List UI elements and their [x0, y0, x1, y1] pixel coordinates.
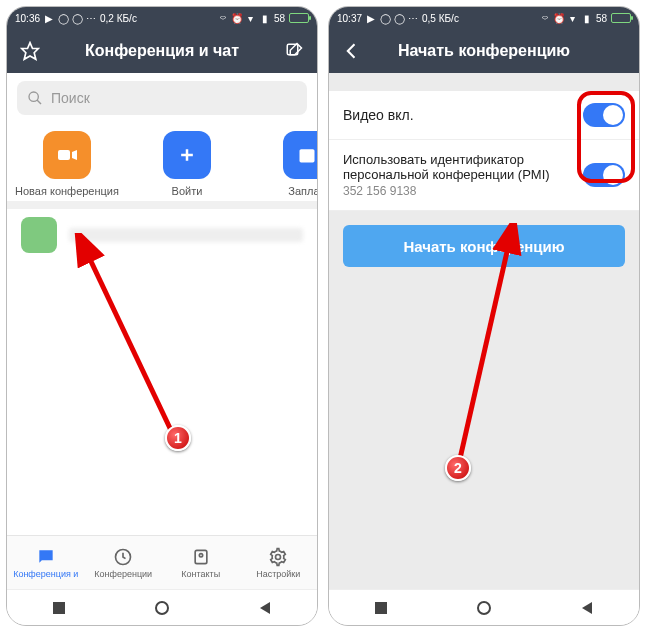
action-label: Заплан — [288, 185, 317, 197]
recent-apps-icon[interactable] — [372, 599, 390, 617]
svg-line-17 — [459, 243, 509, 463]
signal-icon: ▮ — [260, 13, 270, 23]
nav-label: Контакты — [181, 569, 220, 579]
dots-icon: ⋯ — [408, 13, 418, 23]
nav-settings[interactable]: Настройки — [243, 547, 313, 579]
battery-icon — [611, 13, 631, 23]
phone-right: 10:37 ▶ ◯ ◯ ⋯ 0,5 КБ/с ⌔ ⏰ ▾ ▮ 58 Начать… — [328, 6, 640, 626]
status-time: 10:36 — [15, 13, 40, 24]
annotation-marker-1: 1 — [165, 425, 191, 451]
plus-icon — [163, 131, 211, 179]
action-schedule[interactable]: Заплан — [257, 131, 317, 197]
nav-meetings[interactable]: Конференции — [88, 547, 158, 579]
status-bar: 10:37 ▶ ◯ ◯ ⋯ 0,5 КБ/с ⌔ ⏰ ▾ ▮ 58 — [329, 7, 639, 29]
play-icon: ▶ — [44, 13, 54, 23]
contacts-icon — [191, 547, 211, 567]
action-row: Новая конференция Войти Заплан — [7, 123, 317, 201]
home-icon[interactable] — [475, 599, 493, 617]
video-icon — [43, 131, 91, 179]
status-net: 0,5 КБ/с — [422, 13, 459, 24]
setting-value: 352 156 9138 — [343, 184, 583, 198]
alarm-icon: ⏰ — [554, 13, 564, 23]
svg-point-12 — [199, 553, 202, 556]
clock-icon — [113, 547, 133, 567]
search-input[interactable]: Поиск — [17, 81, 307, 115]
nav-label: Конференция и — [13, 569, 78, 579]
action-label: Новая конференция — [15, 185, 119, 197]
chat-icon — [36, 547, 56, 567]
compose-icon[interactable] — [281, 38, 307, 64]
appbar-title: Конференция и чат — [51, 42, 273, 60]
svg-point-13 — [276, 554, 281, 559]
annotation-marker-2: 2 — [445, 455, 471, 481]
svg-point-19 — [478, 602, 490, 614]
app-bar: Конференция и чат — [7, 29, 317, 73]
svg-marker-5 — [72, 150, 77, 160]
system-nav — [329, 589, 639, 625]
avatar — [21, 217, 57, 253]
content-area: Видео вкл. Использовать идентификатор пе… — [329, 73, 639, 589]
svg-point-2 — [29, 92, 38, 101]
svg-marker-20 — [582, 602, 592, 614]
contact-row[interactable] — [7, 209, 317, 261]
app-bar: Начать конференцию — [329, 29, 639, 73]
svg-line-9 — [87, 253, 177, 443]
action-join[interactable]: Войти — [137, 131, 237, 197]
favorite-icon[interactable] — [17, 38, 43, 64]
svg-line-3 — [37, 100, 41, 104]
setting-label: Видео вкл. — [343, 107, 583, 123]
content-area: Поиск Новая конференция Войти Заплан — [7, 73, 317, 535]
y-icon: ◯ — [394, 13, 404, 23]
svg-marker-16 — [260, 602, 270, 614]
status-bar: 10:36 ▶ ◯ ◯ ⋯ 0,2 КБ/с ⌔ ⏰ ▾ ▮ 58 — [7, 7, 317, 29]
setting-label: Использовать идентификатор персональной … — [343, 152, 583, 182]
button-label: Начать конференцию — [403, 238, 564, 255]
home-icon[interactable] — [153, 599, 171, 617]
play-icon: ▶ — [366, 13, 376, 23]
nav-contacts[interactable]: Контакты — [166, 547, 236, 579]
search-placeholder: Поиск — [51, 90, 90, 106]
svg-rect-4 — [58, 150, 70, 160]
svg-point-15 — [156, 602, 168, 614]
nav-label: Настройки — [256, 569, 300, 579]
back-icon[interactable] — [578, 599, 596, 617]
start-meeting-button[interactable]: Начать конференцию — [343, 225, 625, 267]
status-time: 10:37 — [337, 13, 362, 24]
svg-rect-14 — [53, 602, 65, 614]
gear-icon — [268, 547, 288, 567]
action-label: Войти — [172, 185, 203, 197]
svg-marker-0 — [22, 43, 39, 60]
status-net: 0,2 КБ/с — [100, 13, 137, 24]
bottom-nav: Конференция и Конференции Контакты Настр… — [7, 535, 317, 589]
calendar-icon — [283, 131, 317, 179]
phone-left: 10:36 ▶ ◯ ◯ ⋯ 0,2 КБ/с ⌔ ⏰ ▾ ▮ 58 Конфер… — [6, 6, 318, 626]
signal-icon: ▮ — [582, 13, 592, 23]
y-icon: ◯ — [58, 13, 68, 23]
system-nav — [7, 589, 317, 625]
alarm-icon: ⏰ — [232, 13, 242, 23]
search-icon — [27, 90, 43, 106]
svg-rect-8 — [300, 149, 315, 162]
bt-icon: ⌔ — [540, 13, 550, 23]
status-battery-pct: 58 — [596, 13, 607, 24]
battery-icon — [289, 13, 309, 23]
y-icon: ◯ — [380, 13, 390, 23]
recent-apps-icon[interactable] — [50, 599, 68, 617]
contact-name-blurred — [69, 228, 303, 242]
back-icon[interactable] — [256, 599, 274, 617]
back-icon[interactable] — [339, 38, 365, 64]
nav-chat[interactable]: Конференция и — [11, 547, 81, 579]
dots-icon: ⋯ — [86, 13, 96, 23]
wifi-icon: ▾ — [568, 13, 578, 23]
nav-label: Конференции — [94, 569, 152, 579]
svg-rect-18 — [375, 602, 387, 614]
y-icon: ◯ — [72, 13, 82, 23]
annotation-highlight — [577, 91, 635, 183]
action-new-meeting[interactable]: Новая конференция — [17, 131, 117, 197]
wifi-icon: ▾ — [246, 13, 256, 23]
appbar-title: Начать конференцию — [373, 42, 595, 60]
status-battery-pct: 58 — [274, 13, 285, 24]
bt-icon: ⌔ — [218, 13, 228, 23]
